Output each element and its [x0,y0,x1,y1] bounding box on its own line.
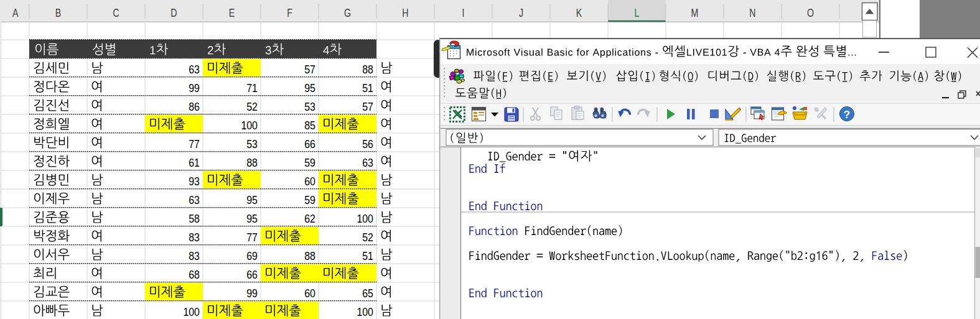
svg-text:?: ? [844,109,850,121]
svg-text:G: G [344,6,351,19]
svg-text:88: 88 [362,62,373,76]
svg-text:59: 59 [304,193,315,206]
svg-text:88: 88 [304,249,315,262]
svg-text:60: 60 [304,286,315,300]
svg-text:57: 57 [304,62,315,76]
svg-text:L: L [635,6,640,19]
svg-text:83: 83 [189,230,200,244]
svg-text:93: 93 [189,174,200,188]
svg-text:63: 63 [189,193,200,206]
svg-text:66: 66 [304,137,315,150]
svg-text:F: F [287,6,292,19]
svg-text:51: 51 [362,249,373,262]
svg-text:O: O [807,6,814,19]
svg-text:83: 83 [189,249,200,262]
svg-text:61: 61 [189,155,200,169]
svg-text:86: 86 [189,99,200,113]
svg-text:99: 99 [189,81,200,95]
svg-text:69: 69 [246,249,258,262]
svg-text:88: 88 [246,155,258,169]
svg-text:59: 59 [304,155,315,169]
svg-text:68: 68 [189,267,200,281]
svg-text:51: 51 [362,81,373,95]
svg-text:58: 58 [189,211,200,225]
svg-text:85: 85 [304,118,315,132]
svg-text:77: 77 [189,137,200,150]
svg-text:A: A [12,6,19,19]
svg-text:95: 95 [246,211,258,225]
svg-text:63: 63 [362,155,373,169]
svg-text:M: M [691,6,699,19]
svg-text:56: 56 [362,137,373,150]
svg-text:62: 62 [304,211,315,225]
svg-text:52: 52 [246,99,258,113]
svg-text:D: D [170,6,177,19]
svg-text:100: 100 [241,118,258,132]
svg-text:100: 100 [357,305,373,318]
svg-text:J: J [519,6,523,19]
svg-text:71: 71 [246,81,258,95]
svg-text:77: 77 [246,230,258,244]
svg-text:53: 53 [246,137,258,150]
svg-text:53: 53 [304,99,315,113]
svg-text:E: E [229,6,235,19]
svg-text:99: 99 [246,286,258,300]
svg-text:95: 95 [246,193,258,206]
svg-text:C: C [113,6,119,19]
svg-text:52: 52 [362,230,373,244]
svg-text:B: B [55,6,61,19]
svg-text:57: 57 [362,99,373,113]
svg-text:I: I [462,6,465,19]
svg-text:100: 100 [357,211,373,225]
svg-text:65: 65 [362,286,373,300]
svg-text:100: 100 [183,305,200,318]
svg-text:95: 95 [304,81,315,95]
svg-text:K: K [576,6,582,19]
svg-text:N: N [749,6,755,19]
svg-text:H: H [402,6,408,19]
svg-text:60: 60 [304,174,315,188]
svg-text:63: 63 [189,62,200,76]
svg-text:66: 66 [246,267,258,281]
